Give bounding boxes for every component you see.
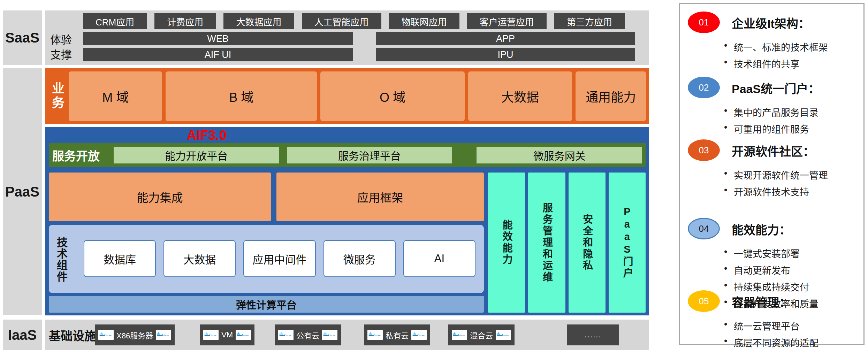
iaas-box-label: 混合云 <box>470 329 493 340</box>
experience-support-label: 体验 支撑 <box>50 33 82 63</box>
docker-icon: docker <box>98 330 114 340</box>
business-band: 业务 M 域 B 域 O 域 大数据 通用能力 <box>45 68 649 124</box>
docker-icon: docker <box>156 330 171 340</box>
domain-box-b: B 域 <box>166 71 317 121</box>
tech-comp-ai: AI <box>403 240 475 277</box>
bullet: 实现开源软件统一管理 <box>721 168 828 182</box>
tech-comp-bigdata: 大数据 <box>163 240 236 277</box>
app-box-ai: 人工智能应用 <box>302 13 381 29</box>
iaas-box-label: VM <box>221 330 233 339</box>
svg-text:docker: docker <box>375 334 381 336</box>
layer-label-paas: PaaS <box>3 68 42 315</box>
service-governance-platform-box: 服务治理平台 <box>287 147 452 163</box>
bullet: 持续集成持续交付 <box>721 280 818 293</box>
iaas-box-label: 公有云 <box>296 329 319 340</box>
svg-text:docker: docker <box>106 334 112 336</box>
panel-item-title: 开源软件社区： <box>732 142 815 159</box>
domain-box-bigdata: 大数据 <box>468 71 572 121</box>
bullet: 统一云管理平台 <box>721 319 818 332</box>
key-points-panel: 01 企业级It架构： 统一、标准的技术框架 技术组件的共享 02 PaaS统一… <box>679 3 865 345</box>
panel-item-bullets: 实现开源软件统一管理 开源软件技术支持 <box>721 168 828 201</box>
svg-text:docker: docker <box>243 334 249 336</box>
ipu-bar: IPU <box>376 48 635 61</box>
domain-box-o: O 域 <box>320 71 465 121</box>
paas-band: AIF3.0 服务开放 能力开放平台 服务治理平台 微服务网关 能力集成 应用框… <box>45 127 649 315</box>
panel-item-title: 能效能力： <box>732 221 791 238</box>
saas-apps-row: CRM应用 计费应用 大数据应用 人工智能应用 物联网应用 客户运营应用 第三方… <box>83 13 625 29</box>
docker-icon: docker <box>322 330 337 340</box>
aif-version-title: AIF3.0 <box>187 128 227 143</box>
saas-band: CRM应用 计费应用 大数据应用 人工智能应用 物联网应用 客户运营应用 第三方… <box>45 10 649 65</box>
paas-middle-region: 能力集成 应用框架 技术组件 数据库 大数据 应用中间件 微服务 AI 弹性计算… <box>49 173 646 313</box>
svg-text:docker: docker <box>503 334 509 336</box>
elastic-compute-platform-bar: 弹性计算平台 <box>49 296 484 313</box>
app-box-crm: CRM应用 <box>83 13 147 29</box>
business-label: 业务 <box>48 71 65 121</box>
application-framework-box: 应用框架 <box>276 173 484 221</box>
tech-components-box: 技术组件 数据库 大数据 应用中间件 微服务 AI <box>49 225 484 293</box>
bullet: 自动更新发布 <box>721 263 818 277</box>
number-badge-05: 05 <box>688 290 720 312</box>
docker-icon: docker <box>496 330 511 340</box>
aif-ui-bar: AIF UI <box>83 48 353 61</box>
tech-comp-microservice: 微服务 <box>323 240 396 277</box>
layer-label-saas: SaaS <box>3 10 42 65</box>
app-box-bigdata: 大数据应用 <box>223 13 294 29</box>
tech-comp-middleware: 应用中间件 <box>243 240 315 277</box>
number-badge-02: 02 <box>688 77 720 98</box>
app-box-thirdparty: 第三方应用 <box>554 13 625 29</box>
panel-item-bullets: 统一云管理平台 底层不同资源的适配 <box>721 319 818 352</box>
bullet: 技术组件的共享 <box>721 57 828 70</box>
panel-item-title: 容器管理： <box>732 293 791 310</box>
bullet: 集中的产品服务目录 <box>721 105 818 119</box>
number-badge-04: 04 <box>688 218 720 239</box>
docker-icon: docker <box>236 330 251 340</box>
capability-row: 能力集成 应用框架 <box>49 173 484 221</box>
iaas-box-more: ...... <box>567 324 619 345</box>
saas-bars-left: WEB AIF UI <box>83 32 353 61</box>
number-badge-01: 01 <box>688 12 720 33</box>
bullet: 开源软件技术支持 <box>721 185 828 198</box>
app-box-billing: 计费应用 <box>154 13 216 29</box>
iaas-band: 基础设施 docker X86服务器 docker docker VM dock… <box>45 320 649 350</box>
iaas-box-private-cloud: docker 私有云 docker <box>364 324 430 345</box>
panel-item-bullets: 集中的产品服务目录 可重用的组件服务 <box>721 105 818 139</box>
architecture-diagram: SaaS PaaS IaaS CRM应用 计费应用 大数据应用 人工智能应用 物… <box>0 0 868 352</box>
docker-icon: docker <box>278 330 294 340</box>
capability-integration-box: 能力集成 <box>49 173 271 221</box>
iaas-box-label: 私有云 <box>386 329 409 340</box>
docker-icon: docker <box>411 330 427 340</box>
app-box-iot: 物联网应用 <box>389 13 459 29</box>
pillar-paas-portal: PaaS门户 <box>609 173 646 313</box>
docker-icon: docker <box>452 330 467 340</box>
svg-text:docker: docker <box>419 334 425 336</box>
iaas-box-public-cloud: docker 公有云 docker <box>275 324 341 345</box>
tech-components-row: 数据库 大数据 应用中间件 微服务 AI <box>84 240 475 277</box>
infrastructure-label: 基础设施 <box>49 327 96 344</box>
microservice-gateway-box: 微服务网关 <box>477 147 642 163</box>
svg-text:docker: docker <box>286 334 292 336</box>
web-bar: WEB <box>83 32 353 45</box>
layer-label-iaas: IaaS <box>3 320 42 350</box>
service-open-label: 服务开放 <box>52 147 100 164</box>
docker-icon: docker <box>367 330 383 340</box>
iaas-box-label: X86服务器 <box>116 329 153 340</box>
bullet: 统一、标准的技术框架 <box>721 40 828 54</box>
iaas-box-x86: docker X86服务器 docker <box>95 324 175 345</box>
tech-components-label: 技术组件 <box>53 228 69 291</box>
svg-text:docker: docker <box>459 334 465 336</box>
iaas-box-label: ...... <box>585 330 602 339</box>
paas-pillars: 能效能力 服务管理和运维 安全和隐私 PaaS门户 <box>488 173 646 313</box>
bullet: 可重用的组件服务 <box>721 122 818 136</box>
panel-item-title: PaaS统一门户： <box>732 79 820 97</box>
number-badge-03: 03 <box>688 139 720 161</box>
panel-item-title: 企业级It架构： <box>732 14 810 31</box>
iaas-box-hybrid-cloud: docker 混合云 docker <box>448 324 515 345</box>
capability-open-platform-box: 能力开放平台 <box>114 147 279 163</box>
svg-text:docker: docker <box>211 334 217 336</box>
app-box-customer-ops: 客户运营应用 <box>467 13 547 29</box>
panel-item-bullets: 统一、标准的技术框架 技术组件的共享 <box>721 40 828 74</box>
iaas-row: docker X86服务器 docker docker VM docker do… <box>95 324 644 345</box>
bullet: 底层不同资源的适配 <box>721 336 818 349</box>
docker-icon: docker <box>203 330 219 340</box>
